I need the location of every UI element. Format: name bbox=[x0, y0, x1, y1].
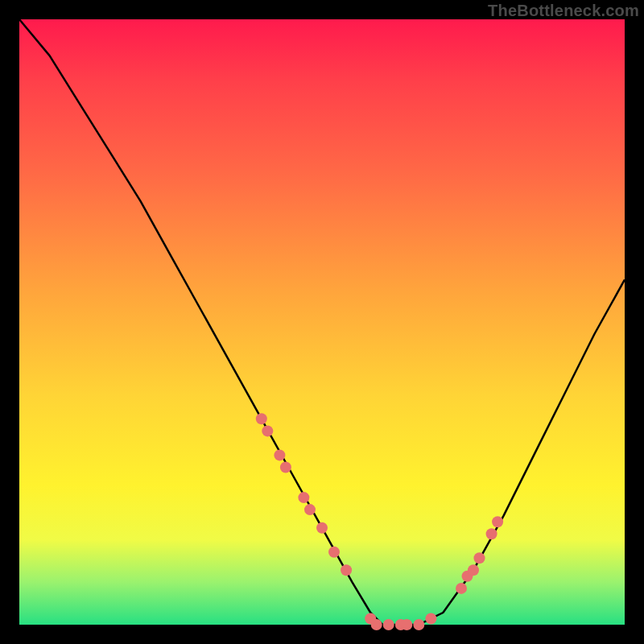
highlight-dots-bottom-dot bbox=[383, 619, 394, 630]
highlight-markers bbox=[256, 413, 503, 630]
highlight-dots-right-dot bbox=[468, 564, 479, 576]
highlight-dots-right-dot bbox=[486, 528, 497, 539]
bottleneck-curve bbox=[19, 19, 625, 625]
highlight-dots-left-dot bbox=[328, 547, 340, 558]
highlight-dots-left-dot bbox=[298, 492, 309, 503]
chart-svg bbox=[19, 19, 625, 625]
highlight-dots-bottom-dot bbox=[371, 619, 382, 630]
highlight-dots-bottom-dot bbox=[413, 619, 424, 630]
highlight-dots-left-dot bbox=[280, 462, 291, 473]
highlight-dots-left-dot bbox=[316, 522, 328, 534]
highlight-dots-left-dot bbox=[256, 413, 267, 424]
highlight-dots-left-dot bbox=[274, 449, 285, 460]
highlight-dots-bottom-dot bbox=[425, 613, 436, 625]
highlight-dots-bottom-dot bbox=[401, 619, 412, 630]
highlight-dots-right-dot bbox=[456, 583, 467, 594]
highlight-dots-right-dot bbox=[492, 516, 503, 527]
highlight-dots-left-dot bbox=[304, 504, 316, 515]
watermark-text: TheBottleneck.com bbox=[488, 2, 639, 20]
bottleneck-curve-path bbox=[19, 19, 625, 625]
highlight-dots-right-dot bbox=[474, 552, 485, 564]
highlight-dots-left-dot bbox=[341, 564, 352, 576]
highlight-dots-left-dot bbox=[262, 425, 273, 436]
